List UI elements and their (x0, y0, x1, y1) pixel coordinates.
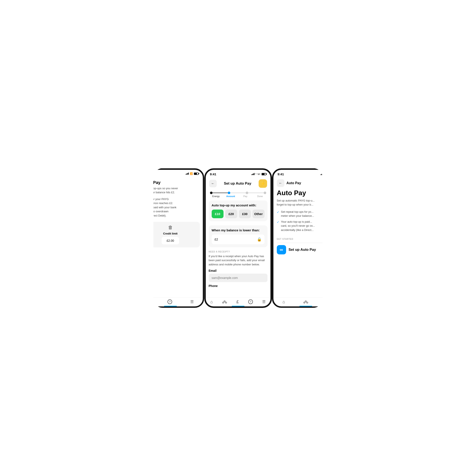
center-phone-wrapper: 9:41 ᵎ (204, 168, 272, 308)
center-menu-icon: ☰ (262, 299, 266, 304)
right-status-icons (321, 173, 334, 175)
left-nav-menu[interactable]: ☰ (190, 299, 194, 304)
right-home-icon: ⌂ (283, 299, 285, 304)
center-header-title: Set up Auto Pay (217, 181, 259, 186)
step-label-amount: Amount (223, 195, 238, 198)
phone-label: Phone (209, 284, 268, 288)
setup-autopay-button[interactable]: ∞ Set up Auto Pay (273, 245, 338, 255)
right-nav-home[interactable]: ⌂ (283, 299, 285, 304)
center-wifi-icon: ᵎ (256, 172, 256, 175)
trash-icon[interactable]: 🗑 (168, 225, 173, 230)
right-nav-pound[interactable]: £ (326, 299, 329, 304)
receipt-section: NEED A RECEIPT? If you'd like a receipt … (206, 249, 271, 289)
left-main: Auto Pay c PAYG top-ups so you neverwhen… (138, 176, 203, 249)
center-nav-help[interactable]: ? (248, 299, 253, 304)
check-text-1: Set repeat top-ups for yo...meter when y… (281, 210, 314, 218)
stepper-labels: Energy Amount Pay Done (206, 194, 271, 198)
divider (277, 243, 335, 243)
center-nav-pound[interactable]: £ (237, 299, 239, 304)
right-back-icon: ← (279, 181, 282, 185)
center-nav-indicator (232, 306, 244, 306)
step-dot-pay (246, 192, 248, 194)
amount-grid: £10 £20 £30 Other (212, 210, 265, 218)
amount-10-label: £10 (215, 212, 220, 216)
credit-limit-value: £2.00 (162, 237, 179, 244)
receipt-label: NEED A RECEIPT? (209, 251, 268, 253)
get-started-label: GET STARTED (273, 238, 338, 242)
amount-30-label: £30 (242, 212, 247, 216)
left-status-icons: 📶 (186, 172, 199, 175)
svg-line-4 (225, 302, 225, 302)
amount-other-button[interactable]: Other (253, 210, 265, 218)
center-action-button[interactable]: ⚡ (259, 179, 267, 188)
right-title-area: Auto Pay Set up automatic PAYG top-u...f… (273, 189, 338, 210)
screens-container: 📶 Auto Pay c PAYG top-ups so you neverwh… (122, 168, 354, 308)
right-nav-usage[interactable] (304, 300, 308, 304)
amount-10-button[interactable]: £10 (212, 210, 224, 218)
center-battery (262, 173, 266, 175)
center-nav-menu[interactable]: ☰ (262, 299, 266, 304)
left-phone-wrapper: 📶 Auto Pay c PAYG top-ups so you neverwh… (153, 168, 204, 308)
topup-card: Auto top-up my account with: £10 £20 £30… (209, 201, 268, 221)
usage-icon (222, 300, 227, 304)
balance-row: £2 🔒 (212, 235, 265, 244)
center-signal (252, 173, 255, 175)
svg-line-8 (305, 302, 305, 302)
svg-point-2 (225, 302, 227, 303)
pound-icon: £ (147, 299, 149, 304)
left-description-1: c PAYG top-ups so you neverwhen your bal… (138, 186, 203, 197)
center-scroll-area: Auto top-up my account with: £10 £20 £30… (206, 198, 271, 306)
center-wifi-svg (257, 173, 260, 175)
checkmark-1: ✓ (277, 210, 279, 214)
left-nav-help[interactable]: ? (168, 299, 172, 304)
credit-section: 🗑 Credit limit £2.00 (141, 222, 200, 247)
credit-limit-label: Credit limit (163, 232, 178, 235)
infinity-icon: ∞ (277, 245, 286, 255)
center-nav-home[interactable]: ⌂ (210, 299, 213, 304)
center-stepper: Energy Amount Pay Done (206, 190, 271, 198)
email-input[interactable] (209, 274, 268, 282)
step-dot-energy (210, 192, 213, 194)
signal-bars (186, 172, 189, 175)
left-nav-pound[interactable]: £ (147, 299, 149, 304)
balance-title: When my balance is lower than: (212, 228, 265, 232)
amount-20-button[interactable]: £20 (225, 210, 237, 218)
svg-point-0 (222, 302, 224, 303)
right-status-bar: 9:41 (273, 170, 338, 177)
stepper-dots-row (206, 192, 271, 194)
svg-line-3 (224, 302, 224, 302)
right-phone-frame: 9:41 (272, 168, 340, 308)
right-time: 9:41 (278, 172, 284, 176)
right-wifi-svg (325, 173, 328, 175)
setup-autopay-label: Set up Auto Pay (289, 248, 316, 252)
amount-20-label: £20 (229, 212, 234, 216)
balance-value: £2 (215, 238, 218, 241)
right-back-button[interactable]: ← (277, 179, 284, 187)
amount-30-button[interactable]: £30 (239, 210, 251, 218)
step-line-3 (248, 193, 264, 193)
center-help-icon: ? (248, 299, 253, 304)
center-back-button[interactable]: ← (209, 180, 217, 187)
step-label-done: Done (253, 195, 268, 198)
svg-point-7 (307, 302, 308, 303)
left-nav-indicator (164, 306, 177, 306)
center-phone-frame: 9:41 ᵎ (204, 168, 272, 308)
center-bottom-nav: ⌂ £ ? (206, 298, 271, 306)
center-time: 9:41 (210, 172, 216, 176)
left-desc-text-1: c PAYG top-ups so you neverwhen your bal… (142, 187, 178, 194)
help-icon: ? (168, 299, 172, 304)
battery-icon (194, 172, 199, 175)
right-battery (329, 173, 334, 175)
left-status-bar: 📶 (138, 170, 203, 176)
step-label-pay: Pay (238, 195, 253, 198)
menu-icon: ☰ (190, 299, 194, 304)
step-dot-done (264, 192, 266, 194)
center-pound-icon: £ (237, 299, 239, 304)
svg-point-5 (304, 302, 305, 303)
left-screen-content: Auto Pay c PAYG top-ups so you neverwhen… (138, 176, 203, 306)
center-status-bar: 9:41 ᵎ (206, 170, 271, 177)
center-nav-usage[interactable] (222, 300, 227, 304)
checkmark-2: ✓ (277, 220, 279, 224)
svg-line-9 (306, 302, 307, 302)
receipt-description: If you'd like a receipt when your Auto P… (209, 254, 268, 267)
